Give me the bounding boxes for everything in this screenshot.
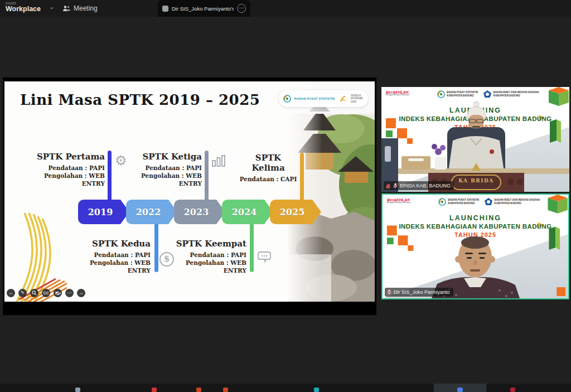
milestone-sptk-ketiga: SPTK Ketiga Pendataan : PAPI Pengolahan … [118,152,202,188]
milestone-sptk-kedua: SPTK Kedua Pendataan : PAPI Pengolahan :… [67,239,151,275]
milestone-sptk-keempat: SPTK Keempat Pendataan : PAPI Pengolahan… [163,239,246,275]
milestone-title: SPTK Ketiga [118,152,202,162]
milestone-title: SPTK Keempat [163,239,246,249]
screen-share-icon [162,6,168,12]
sensus-ekonomi-logo-icon [338,94,347,103]
milestone-line1: Pendataan : CAPI [238,175,299,183]
year-label: 2024 [232,207,257,217]
connector-2024 [250,220,254,272]
taskbar-app-icon[interactable] [75,388,80,392]
mic-muted-icon [387,289,391,295]
tab-meeting[interactable]: Meeting [62,0,98,17]
forward-arrow-icon[interactable]: → [77,289,85,297]
milestone-line1: Pendataan : PAPI [163,251,246,259]
more-options-icon[interactable]: ⋯ [65,289,74,297]
people-icon [62,5,70,12]
participant1-name: BRIDA KAB. BADUNG [400,183,451,188]
brand-workplace-label: Workplace [6,6,41,13]
camera-off-icon[interactable] [54,289,62,297]
zoom-workplace-window: zoom Workplace ⌄ Meeting Dir SIS_Joko Pa… [0,0,571,392]
sensus-line1: SENSUS [351,94,361,97]
participant2-scene [383,195,568,298]
cc-label: CC [43,291,49,295]
milestone-line2: Pengolahan : WEB ENTRY [118,172,202,187]
taskbar-app-icon[interactable] [196,388,201,392]
taskbar-app-icon[interactable] [314,388,319,392]
swoosh-decoration [4,210,67,302]
slide-header-logos: BADAN PUSAT STATISTIK SENSUS EKONOMI 202… [279,90,368,107]
brand-zoom-label: zoom [6,1,41,5]
year-label: 2019 [88,207,113,217]
screen-share-tab-label: Dir SIS_Joko Parmiyanto's screen [172,6,234,12]
chat-icon [257,251,272,264]
back-arrow-icon[interactable]: ← [7,289,15,297]
desk-nameplate: KA BRIDA [452,178,501,183]
slide-title: Lini Masa SPTK 2019 – 2025 [20,91,260,108]
year-label: 2025 [280,207,305,217]
meeting-tab-label: Meeting [74,4,98,12]
taskbar-app-icon[interactable] [152,388,157,392]
sensus-line2: EKONOMI [351,97,363,100]
magnifier-icon[interactable] [30,289,38,297]
bps-logo-label: BADAN PUSAT STATISTIK [294,97,335,100]
presentation-slide: Lini Masa SPTK 2019 – 2025 BADAN PUSAT S… [4,81,375,302]
taskbar-app-icon[interactable] [510,388,515,392]
taskbar-active-app[interactable] [434,384,486,392]
app-topbar: zoom Workplace ⌄ Meeting Dir SIS_Joko Pa… [0,0,571,17]
taskbar-app-icon[interactable] [223,388,228,392]
milestone-line1: Pendataan : PAPI [67,251,151,259]
timeline-year-2019: 2019 [78,200,129,224]
sensus-line3: 2026 [351,100,356,103]
timeline-year-2025: 2025 [270,200,321,224]
milestone-sptk-pertama: SPTK Pertama Pendataan : PAPI Pengolahan… [21,152,105,188]
pen-icon[interactable]: ✎ [18,289,27,297]
connector-2022 [154,220,158,272]
connector-2025 [300,153,304,206]
milestone-title: SPTK Kedua [67,239,151,249]
captions-button[interactable]: CC [42,289,50,297]
milestone-sptk-kelima: SPTK Kelima Pendataan : CAPI [238,153,299,183]
milestone-title: SPTK Pertama [21,152,105,162]
year-label: 2022 [136,207,161,217]
milestone-line1: Pendataan : PAPI [21,164,105,172]
year-label: 2023 [184,207,209,217]
participant2-nametag: Dir SIS_Joko Parmiyanto [385,288,453,297]
more-options-icon[interactable]: ⋯ [237,4,246,13]
timeline-year-2024: 2024 [222,200,273,224]
participant1-nametag: BRIDA KAB. BADUNG [384,181,454,190]
milestone-line2: Pengolahan : WEB ENTRY [163,259,246,274]
bar-chart-icon [212,155,226,167]
zoom-workplace-logo: zoom Workplace [6,1,41,13]
mic-muted-icon [393,183,398,188]
milestone-line2: Pengolahan : WEB ENTRY [67,259,151,274]
milestone-line1: Pendataan : PAPI [118,164,202,172]
connector-2023 [205,151,209,204]
video-participant-1[interactable]: BerAKHLAK Bangga Melayani Bangsa BADAN P… [381,87,569,192]
taskbar-app-icon [457,388,463,392]
shared-screen-region: Lini Masa SPTK 2019 – 2025 BADAN PUSAT S… [3,78,376,315]
milestone-title: SPTK Kelima [238,153,299,173]
windows-taskbar [0,384,571,392]
milestone-line2: Pengolahan : WEB ENTRY [21,172,105,187]
participant2-name: Dir SIS_Joko Parmiyanto [394,289,450,295]
chevron-down-icon[interactable]: ⌄ [49,3,54,11]
timeline-year-2022: 2022 [126,200,177,224]
connector-2019 [108,151,112,204]
sensus-ekonomi-label: SENSUS EKONOMI 2026 [351,94,363,103]
timeline-year-2023: 2023 [174,200,225,224]
presentation-controls: ← ✎ CC ⋯ → [7,289,85,297]
participant1-scene [381,87,569,192]
video-participant-2[interactable]: BerAKHLAK Bangga Melayani Bangsa BADAN P… [381,193,569,299]
raised-hand-icon [386,183,391,188]
bps-logo-icon [283,95,291,103]
tab-screen-share[interactable]: Dir SIS_Joko Parmiyanto's screen ⋯ [158,0,250,17]
